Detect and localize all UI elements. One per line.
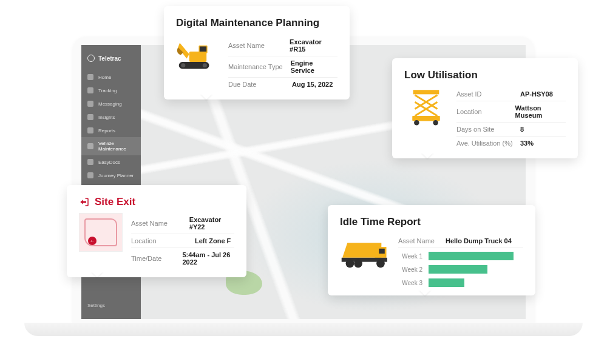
chart-icon [87,114,93,120]
svg-rect-6 [413,90,439,94]
bar-week-1 [429,252,514,260]
dump-truck-icon [340,234,390,273]
brand-logo-icon [87,55,95,62]
sidebar: Teletrac Home Tracking Messaging Insight… [81,45,141,319]
scissor-lift-icon [404,87,448,126]
svg-point-1 [181,63,185,67]
home-icon [87,74,93,80]
svg-rect-5 [200,46,206,52]
popup-title: Digital Maintenance Planning [176,17,337,29]
idle-bar-chart: Week 1 Week 2 Week 3 [398,252,523,287]
folder-icon [87,159,93,165]
popup-title: Low Utilisation [404,69,566,81]
svg-point-9 [433,120,438,126]
exit-icon [79,197,90,207]
sidebar-item-tracking[interactable]: Tracking [81,84,141,97]
bar-row: Week 2 [398,265,523,274]
bar-week-3 [429,278,464,287]
popup-title: Idle Time Report [340,216,523,228]
brand: Teletrac [81,55,141,70]
table-row: Maintenance TypeEngine Service [228,56,337,78]
sidebar-item-messaging[interactable]: Messaging [81,97,141,110]
globe-icon [87,87,93,93]
wrench-icon [87,143,93,149]
table-row: LocationLeft Zone F [131,234,234,248]
popup-utilisation: Low Utilisation Asset IDAP-HSY08 Locatio… [392,58,578,158]
message-icon [87,101,93,107]
sidebar-item-reports[interactable]: Reports [81,124,141,137]
table-row: Due DateAug 15, 2022 [228,78,337,91]
bar-row: Week 3 [398,278,523,287]
table-row: Ave. Utilisation (%)33% [456,136,566,150]
table-row: LocationWattson Museum [456,101,566,123]
table-row: Asset Name Hello Dump Truck 04 [398,234,523,248]
svg-point-14 [354,260,362,268]
svg-point-15 [376,260,385,268]
popup-title: Site Exit [79,196,234,208]
sidebar-nav: Home Tracking Messaging Insights Reports… [81,70,141,195]
sidebar-item-insights[interactable]: Insights [81,110,141,124]
svg-point-2 [203,63,207,67]
sidebar-item-journey-planner[interactable]: Journey Planner [81,169,141,182]
svg-point-8 [414,120,419,126]
bar-week-2 [429,265,487,274]
sidebar-item-home[interactable]: Home [81,70,141,84]
sidebar-item-easydocs[interactable]: EasyDocs [81,155,141,169]
svg-point-13 [346,260,354,268]
table-row: Time/Date5:44am - Jul 26 2022 [131,248,234,269]
sidebar-settings[interactable]: Settings [81,297,141,314]
table-row: Asset NameExcavator #R15 [228,35,337,56]
site-minimap-icon: ← [79,213,123,252]
svg-rect-11 [379,249,385,254]
table-row: Days on Site8 [456,123,566,136]
excavator-icon [176,35,220,74]
document-icon [87,127,93,133]
route-icon [87,172,93,178]
bar-row: Week 1 [398,252,523,260]
table-row: Asset NameExcavator #Y22 [131,213,234,234]
popup-site-exit: Site Exit ← Asset NameExcavator #Y22 Loc… [67,185,246,277]
popup-maintenance: Digital Maintenance Planning Asset NameE… [164,6,350,99]
sidebar-item-vehicle-maintenance[interactable]: Vehicle Maintenance [81,137,141,155]
laptop-base [24,323,583,336]
brand-name: Teletrac [98,55,121,62]
popup-idle-report: Idle Time Report Asset Name Hello Dump T… [328,205,535,295]
table-row: Asset IDAP-HSY08 [456,87,566,101]
